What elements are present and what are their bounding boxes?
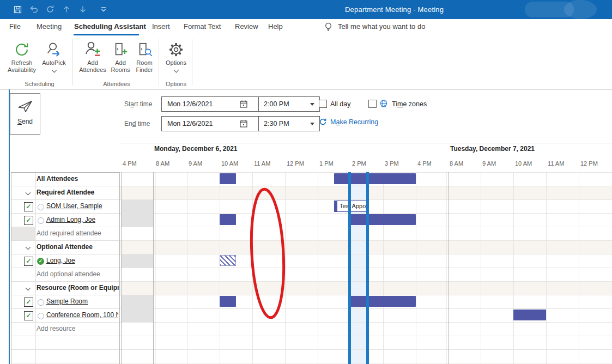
response-pending-icon <box>38 217 44 224</box>
attendee-checkbox[interactable]: ✓ <box>24 311 33 320</box>
end-time-dropdown[interactable]: 2:30 PM <box>258 116 320 131</box>
time-label: 8 AM <box>450 160 463 167</box>
end-date-field[interactable]: Mon 12/6/2021 <box>161 116 262 131</box>
time-label: 8 AM <box>156 160 169 167</box>
attendee-name-link[interactable]: Admin Long, Joe <box>46 216 118 223</box>
room-finder-icon <box>132 38 156 58</box>
grid-lines <box>119 349 612 350</box>
time-selection-handle[interactable] <box>348 172 351 364</box>
undo-icon[interactable] <box>28 4 39 15</box>
recurrence-icon <box>319 118 327 128</box>
start-date-field[interactable]: Mon 12/6/2021 <box>161 96 262 112</box>
tab-format-text[interactable]: Format Text <box>184 19 221 34</box>
grid-lines <box>416 172 416 364</box>
attendee-row: ✓Sample Room <box>11 295 119 309</box>
attendee-checkbox[interactable]: ✓ <box>24 216 33 225</box>
collapse-chevron-icon[interactable] <box>26 245 31 250</box>
calendar-icon[interactable] <box>239 100 248 108</box>
grid-lines <box>119 336 612 336</box>
group-row: Resource (Room or Equipment) <box>11 282 119 295</box>
tab-help[interactable]: Help <box>268 19 283 34</box>
grid-lines <box>187 172 187 364</box>
dropdown-arrow-icon[interactable] <box>310 103 314 106</box>
options-button[interactable]: Options <box>162 38 190 81</box>
start-time-dropdown[interactable]: 2:00 PM <box>258 96 320 112</box>
grid-lines <box>285 172 286 364</box>
attendee-checkbox[interactable]: ✓ <box>24 298 33 307</box>
ribbon-tab-bar: Tell me what you want to do FileMeetingS… <box>0 19 612 35</box>
tab-review[interactable]: Review <box>235 19 258 34</box>
grid-lines <box>220 172 220 364</box>
save-icon[interactable] <box>12 4 23 15</box>
add-rooms-button[interactable]: AddRooms <box>108 38 132 81</box>
autopick-button[interactable]: AutoPick <box>39 38 69 81</box>
time-label: 4 PM <box>417 160 432 167</box>
room-finder-button[interactable]: RoomFinder <box>132 38 156 81</box>
group-separator <box>72 39 73 86</box>
group-label-resource-room-or-equipment: Resource (Room or Equipment) <box>37 284 119 292</box>
refresh-availability-button[interactable]: RefreshAvailability <box>7 38 37 81</box>
time-label: 11 AM <box>254 160 270 167</box>
group-label-scheduling: Scheduling <box>7 81 72 87</box>
response-pending-icon <box>38 299 44 306</box>
group-label-required-attendee: Required Attendee <box>37 189 94 196</box>
add-row: Add required attendee <box>11 227 119 241</box>
busy-bar <box>334 173 416 184</box>
add-resource-link[interactable]: Add resource <box>37 325 75 332</box>
grid-lines <box>119 363 612 363</box>
busy-bar <box>350 296 416 307</box>
dropdown-chevron-icon <box>173 68 179 73</box>
empty-row <box>11 336 119 350</box>
attendee-name-link[interactable]: Long, Joe <box>46 257 118 264</box>
all-day-checkbox[interactable] <box>319 100 327 108</box>
move-down-icon[interactable] <box>77 4 88 15</box>
attendee-name-link[interactable]: Conference Room, 100 N. Gree <box>46 311 118 319</box>
window-title: Department Meeting - Meeting <box>345 5 444 14</box>
make-recurring-link[interactable]: Make Recurring <box>330 118 378 126</box>
busy-bar <box>513 310 546 320</box>
grid-lines <box>119 295 612 295</box>
tellme-lightbulb-icon[interactable] <box>323 22 334 34</box>
time-zones-checkbox[interactable] <box>368 100 377 108</box>
tab-insert[interactable]: Insert <box>152 19 170 34</box>
attendee-row: ✓Conference Room, 100 N. Gree <box>11 309 119 323</box>
send-button[interactable]: Send <box>10 93 40 135</box>
attendee-checkbox[interactable]: ✓ <box>24 257 33 266</box>
redo-icon[interactable] <box>45 4 56 15</box>
attendee-checkbox[interactable]: ✓ <box>24 202 33 211</box>
grid-lines <box>119 308 612 309</box>
autopick-icon <box>39 38 69 58</box>
day-divider <box>448 172 449 364</box>
add-optional-attendee-link[interactable]: Add optional attendee <box>37 270 100 278</box>
customize-quick-access-icon[interactable] <box>98 4 109 15</box>
day-header: Monday, December 6, 2021 <box>154 145 238 153</box>
grid-lines <box>119 213 612 214</box>
grid-lines <box>318 172 318 364</box>
time-selection-handle[interactable] <box>366 172 369 364</box>
tab-file[interactable]: File <box>9 19 21 34</box>
group-label-options: Options <box>162 81 190 87</box>
collapse-chevron-icon[interactable] <box>26 190 31 196</box>
grid-lines <box>252 172 253 364</box>
add-required-attendee-link[interactable]: Add required attendee <box>37 229 101 237</box>
response-pending-icon <box>38 313 44 319</box>
tab-scheduling-assistant[interactable]: Scheduling Assistant <box>74 19 146 34</box>
tab-meeting[interactable]: Meeting <box>37 19 62 34</box>
tellme-box[interactable]: Tell me what you want to do <box>338 19 425 34</box>
day-header: Tuesday, December 7, 2021 <box>450 145 535 153</box>
attendee-row: ✓✓Long, Joe <box>11 254 119 268</box>
busy-bar <box>220 173 236 184</box>
free-busy-grid[interactable]: Monday, December 6, 2021Tuesday, Decembe… <box>119 139 612 364</box>
group-row: Required Attendee <box>11 186 119 200</box>
non-working-cell <box>121 295 153 308</box>
time-label: 9 AM <box>189 160 202 167</box>
move-up-icon[interactable] <box>61 4 72 15</box>
attendee-name-link[interactable]: SOM User, Sample <box>46 202 118 210</box>
meeting-window: Department Meeting - Meeting Tell me wha… <box>0 0 612 364</box>
calendar-icon[interactable] <box>239 119 248 128</box>
add-attendees-button[interactable]: AddAttendees <box>77 38 108 81</box>
dropdown-arrow-icon[interactable] <box>310 123 314 125</box>
attendee-name-link[interactable]: Sample Room <box>46 298 118 305</box>
collapse-chevron-icon[interactable] <box>26 286 31 291</box>
grid-lines <box>119 281 612 282</box>
